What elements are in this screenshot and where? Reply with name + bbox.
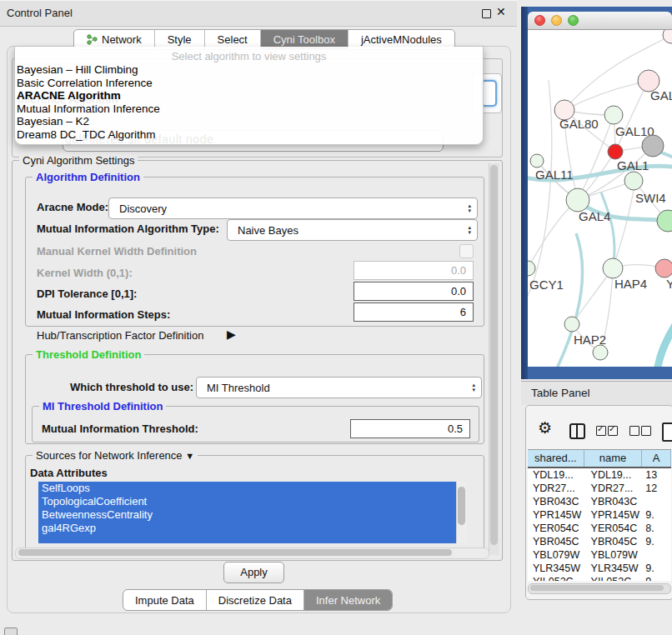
float-panel-icon[interactable] <box>482 9 491 18</box>
which-threshold-select[interactable]: MI Threshold ▴▾ <box>196 377 482 398</box>
table-cell: YLR345W <box>528 562 584 575</box>
bottom-tab-discretize-data[interactable]: Discretize Data <box>206 590 303 610</box>
apply-button[interactable]: Apply <box>223 562 284 583</box>
table-row[interactable]: YDL19...YDL19...13 <box>528 468 671 482</box>
manual-kernel-checkbox[interactable] <box>459 244 474 258</box>
table-cell: YDR27... <box>528 482 584 495</box>
dropdown-items: Bayesian – Hill ClimbingBasic Correlatio… <box>15 63 483 142</box>
collapse-arrow-icon[interactable]: ▼ <box>185 451 194 461</box>
attribute-item[interactable]: TopologicalCoefficient <box>38 495 466 508</box>
table-row[interactable]: YBR043CYBR043C <box>528 495 671 508</box>
cytopanel-corner-icon[interactable] <box>4 628 18 635</box>
table-cell: YDL19... <box>528 468 584 482</box>
network-node-gal1[interactable] <box>608 144 623 159</box>
attribute-item[interactable]: SelfLoops <box>38 482 466 495</box>
table-cell: 12 <box>642 482 671 495</box>
table-cell <box>642 548 671 562</box>
document-icon[interactable] <box>662 422 672 442</box>
table-cell: YBL079W <box>528 548 584 562</box>
dropdown-item[interactable]: Bayesian – K2 <box>15 115 483 128</box>
mi-threshold-input[interactable] <box>350 419 470 438</box>
table-header: shared...nameA <box>528 449 671 468</box>
table-cell: YBR043C <box>528 495 584 508</box>
bottom-tabs: Impute DataDiscretize DataInfer Network <box>123 589 393 611</box>
settings-vertical-scrollbar[interactable] <box>489 163 499 555</box>
network-canvas[interactable]: GALGAL80GAL10GAL1GAL11SWI4GAL4GCY1HAP4YH… <box>528 30 672 367</box>
dropdown-item[interactable]: Dream8 DC_TDC Algorithm <box>15 128 483 142</box>
column-header-1[interactable]: shared... <box>528 450 584 467</box>
node-label: GAL1 <box>617 158 649 172</box>
table-cell: YER054C <box>528 522 584 535</box>
gear-icon[interactable]: ⚙ <box>538 420 552 436</box>
checked-checkbox-icon[interactable] <box>596 426 606 436</box>
network-node-hap2[interactable] <box>564 317 579 332</box>
network-window-titlebar[interactable] <box>528 12 672 30</box>
attributes-scrollbar[interactable] <box>456 482 467 543</box>
table-cell: YDR27... <box>584 482 643 495</box>
expand-arrow-icon[interactable]: ▶ <box>227 328 236 341</box>
table-row[interactable]: YPR145WYPR145W9. <box>528 508 671 522</box>
table-cell: YBR045C <box>584 535 643 548</box>
table-cell: 9. <box>642 562 671 575</box>
bottom-tab-impute-data[interactable]: Impute Data <box>123 590 206 610</box>
dpi-tolerance-input[interactable] <box>354 282 474 301</box>
table-panel-title: Table Panel <box>531 382 590 405</box>
hub-definition-label[interactable]: Hub/Transcription Factor Definition <box>37 329 203 342</box>
attribute-item[interactable] <box>38 535 466 543</box>
table-cell: YLR345W <box>584 562 643 575</box>
mi-steps-input[interactable] <box>354 302 474 322</box>
window-frame-edge <box>521 7 528 379</box>
network-node[interactable] <box>593 345 608 360</box>
close-icon[interactable]: ✕ <box>496 5 506 18</box>
table-row[interactable]: YER054CYER054C8. <box>528 522 671 535</box>
node-label: HAP4 <box>614 277 647 291</box>
dropdown-item[interactable]: Bayesian – Hill Climbing <box>15 63 483 77</box>
dropdown-item[interactable]: Mutual Information Inference <box>15 102 483 116</box>
network-node-y[interactable] <box>655 259 672 278</box>
network-node-hap4[interactable] <box>603 258 623 278</box>
dpi-tolerance-label: DPI Tolerance [0,1]: <box>37 288 137 300</box>
table-row[interactable]: YDR27...YDR27...12 <box>528 482 671 495</box>
network-node-swi4[interactable] <box>624 172 643 190</box>
network-node[interactable] <box>642 135 664 157</box>
network-node-gal11[interactable] <box>530 154 544 168</box>
dropdown-item[interactable]: ARACNE Algorithm <box>15 89 483 102</box>
zoom-window-button-icon[interactable] <box>568 15 579 26</box>
algorithm-definition-title: Algorithm Definition <box>33 171 143 183</box>
kernel-width-input[interactable] <box>354 261 474 280</box>
control-panel-title: Control Panel <box>7 1 73 26</box>
network-node-gal10[interactable] <box>604 106 623 124</box>
table-row[interactable]: YIL052CYIL052C9 <box>528 575 671 581</box>
network-node-gal4[interactable] <box>566 188 589 212</box>
split-columns-icon[interactable] <box>569 423 585 439</box>
table-row[interactable]: YBL079WYBL079W <box>528 548 671 562</box>
minimize-window-button-icon[interactable] <box>551 15 562 26</box>
close-window-button-icon[interactable] <box>534 15 545 26</box>
table-cell: 8. <box>642 522 671 535</box>
mi-type-label: Mutual Information Algorithm Type: <box>37 222 219 235</box>
attribute-item[interactable]: BetweennessCentrality <box>38 508 466 522</box>
node-label: GAL11 <box>535 168 574 182</box>
data-attributes-list[interactable]: SelfLoopsTopologicalCoefficientBetweenne… <box>38 482 466 543</box>
mi-type-select[interactable]: Naive Bayes ▴▾ <box>227 219 478 241</box>
attribute-item[interactable]: gal4RGexp <box>38 522 466 535</box>
table-panel-titlebar: Table Panel <box>521 381 672 405</box>
checked-checkbox-icon[interactable] <box>608 426 618 436</box>
unchecked-checkbox-icon[interactable] <box>629 426 639 436</box>
table-row[interactable]: YBR045CYBR045C9. <box>528 535 671 548</box>
network-node-gcy1[interactable] <box>528 261 535 276</box>
settings-horizontal-scrollbar[interactable] <box>15 548 489 559</box>
table-row[interactable]: YLR345WYLR345W9. <box>528 562 671 575</box>
table-cell: YER054C <box>584 522 643 535</box>
column-header-2[interactable]: name <box>584 450 642 467</box>
column-header-3[interactable]: A <box>642 450 671 467</box>
unchecked-checkbox-icon[interactable] <box>641 426 651 436</box>
dropdown-item[interactable]: Basic Correlation Inference <box>15 77 483 90</box>
node-label: GAL4 <box>579 209 610 223</box>
bottom-tab-infer-network[interactable]: Infer Network <box>303 590 392 610</box>
aracne-mode-select[interactable]: Discovery ▴▾ <box>108 198 478 219</box>
table-horizontal-scrollbar[interactable] <box>528 583 671 594</box>
network-node[interactable] <box>657 210 672 232</box>
network-node[interactable] <box>663 30 672 43</box>
control-panel-titlebar: Control Panel ✕ <box>0 0 517 27</box>
